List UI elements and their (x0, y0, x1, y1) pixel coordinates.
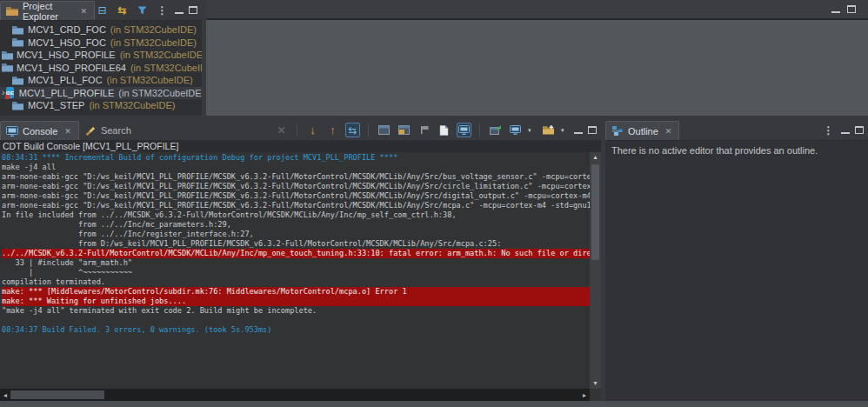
console-horizontal-scrollbar[interactable]: ◂ ▸ (0, 389, 590, 401)
minimize-icon[interactable] (831, 6, 840, 13)
open-console-icon[interactable] (488, 123, 503, 137)
tab-label: Outline (628, 126, 658, 137)
scrollbar-thumb[interactable] (10, 390, 104, 399)
console-line: make -j4 all (2, 163, 590, 172)
project-working-set-decoration: (in STM32CubeIDE) (118, 88, 202, 98)
toolbar-separator (297, 124, 297, 137)
maximize-icon[interactable] (855, 126, 864, 134)
folder-icon (2, 50, 13, 60)
console-line: 08:34:37 Build Failed. 3 errors, 0 warni… (2, 325, 590, 335)
project-item[interactable]: MCV1_PLL_FOC(in STM32CubeIDE) (0, 74, 202, 87)
console-line: from ../../Inc/mc_parameters.h:29, (2, 220, 590, 230)
project-item[interactable]: MCV1_HSO_FOC(in STM32CubeIDE) (0, 37, 202, 50)
maximize-icon[interactable] (189, 6, 197, 14)
project-explorer-panel: Project Explorer ✕ ⊟ ⇆ ⋮ MCV1_CRD_FOC(in… (0, 0, 202, 116)
tab-label: Project Explorer (23, 1, 73, 22)
scroll-left-icon[interactable]: ◂ (0, 391, 10, 399)
tab-outline[interactable]: Outline ✕ (605, 121, 679, 140)
console-output[interactable]: 08:34:31 **** Incremental Build of confi… (0, 153, 590, 389)
previous-error-icon[interactable]: ↑ (325, 123, 340, 137)
chevron-down-icon[interactable]: ▾ (528, 127, 536, 134)
stm32cubeide-window: Project Explorer ✕ ⊟ ⇆ ⋮ MCV1_CRD_FOC(in… (0, 0, 868, 407)
console-line: ../../MCSDK_v6.3.2-Full/MotorControl/MCS… (2, 249, 590, 258)
link-with-editor-icon[interactable]: ⇆ (115, 3, 130, 17)
console-line: make: *** Waiting for unfinished jobs...… (2, 297, 590, 306)
console-tabbar: Console ✕ Search ✕ ↓ ↑ ⇆ (0, 120, 601, 141)
cubeide-project-icon: IDE (6, 87, 14, 98)
console-line: In file included from ../../MCSDK_v6.3.2… (2, 210, 590, 220)
project-name: MCV1_PLL_PROFILE (19, 88, 114, 98)
folder-icon (11, 25, 24, 35)
console-vertical-scrollbar[interactable]: ▴ ▾ (590, 152, 601, 389)
close-icon[interactable]: ✕ (80, 7, 87, 16)
minimize-icon[interactable] (841, 127, 850, 134)
console-line: 33 | #include "arm_math.h" (2, 258, 590, 268)
view-menu-icon[interactable]: ⋮ (821, 123, 836, 137)
project-item[interactable]: MCV1_CRD_FOC(in STM32CubeIDE) (0, 23, 202, 37)
console-line: arm-none-eabi-gcc "D:/ws_keil/MCV1_PLL_P… (2, 201, 590, 210)
project-working-set-decoration: (in STM32CubeIDE) (110, 37, 197, 48)
console-panel: Console ✕ Search ✕ ↓ ↑ ⇆ (0, 120, 601, 401)
folder-icon (2, 63, 13, 72)
close-icon[interactable]: ✕ (665, 127, 672, 136)
open-console-menu-icon[interactable] (541, 123, 556, 137)
close-icon[interactable]: ✕ (64, 127, 71, 136)
terminate-icon[interactable]: ✕ (274, 123, 289, 137)
editor-area (206, 0, 868, 116)
project-explorer-icon (6, 3, 18, 18)
toolbar-separator (368, 124, 369, 137)
project-item[interactable]: MCV1_STEP(in STM32CubeIDE) (0, 99, 202, 112)
tab-search[interactable]: Search (79, 120, 138, 140)
status-bar (0, 401, 868, 407)
display-selected-console-icon[interactable] (508, 123, 523, 137)
console-line: compilation terminated. (2, 277, 590, 287)
project-tree: MCV1_CRD_FOC(in STM32CubeIDE)MCV1_HSO_FO… (0, 21, 202, 116)
next-error-icon[interactable]: ↓ (305, 123, 320, 137)
pin-console-icon[interactable] (417, 123, 431, 137)
filter-icon[interactable] (135, 3, 150, 17)
tab-console[interactable]: Console ✕ (0, 121, 79, 140)
toolbar-separator (479, 124, 480, 137)
project-name: MCV1_HSO_FOC (28, 37, 106, 48)
console-line: arm-none-eabi-gcc "D:/ws_keil/MCV1_PLL_P… (2, 191, 590, 201)
console-line: 08:34:31 **** Incremental Build of confi… (2, 153, 590, 163)
outline-tabbar: Outline ✕ ⋮ (605, 120, 868, 141)
chevron-down-icon[interactable]: ▾ (561, 127, 569, 134)
project-working-set-decoration: (in STM32CubeIDE) (110, 24, 197, 35)
tab-project-explorer[interactable]: Project Explorer ✕ (0, 1, 95, 20)
project-name: MCV1_CRD_FOC (28, 24, 106, 35)
scrollbar-thumb[interactable] (591, 164, 599, 260)
scroll-up-icon[interactable]: ▴ (593, 152, 597, 163)
outline-toolbar: ⋮ (821, 120, 868, 140)
show-error-in-editor-icon[interactable]: ⇆ (345, 123, 360, 137)
project-name: MCV1_HSO_PROFILE (17, 50, 116, 60)
explorer-toolbar: ⊟ ⇆ ⋮ (95, 0, 202, 20)
maximize-icon[interactable] (588, 126, 597, 134)
collapse-all-icon[interactable]: ⊟ (95, 3, 110, 17)
show-console-on-stdout-icon[interactable] (377, 123, 391, 137)
minimize-icon[interactable] (574, 127, 583, 134)
console-line: arm-none-eabi-gcc "D:/ws_keil/MCV1_PLL_P… (2, 172, 590, 182)
scroll-down-icon[interactable]: ▾ (593, 378, 597, 389)
scroll-right-icon[interactable]: ▸ (579, 391, 590, 399)
console-line: "make -j4 all" terminated with exit code… (2, 306, 590, 316)
console-line: | ^~~~~~~~~~~~ (2, 268, 590, 277)
project-item[interactable]: ›IDEMCV1_PLL_PROFILE(in STM32CubeIDE) (0, 87, 202, 100)
console-line (2, 316, 590, 325)
folder-icon (11, 37, 24, 47)
top-region: Project Explorer ✕ ⊟ ⇆ ⋮ MCV1_CRD_FOC(in… (0, 0, 868, 116)
project-name: MCV1_PLL_FOC (28, 75, 103, 85)
maximize-icon[interactable] (847, 5, 856, 13)
scroll-lock-icon[interactable] (457, 123, 471, 137)
console-toolbar: ✕ ↓ ↑ ⇆ (274, 120, 601, 140)
project-explorer-tabbar: Project Explorer ✕ ⊟ ⇆ ⋮ (0, 0, 202, 21)
show-console-on-stderr-icon[interactable] (397, 123, 411, 137)
empty-editor-surface (206, 20, 868, 116)
tab-label: Console (23, 126, 57, 137)
clear-console-icon[interactable] (437, 123, 451, 137)
project-item[interactable]: MCV1_HSO_PROFILE64(in STM32CubeIDE) (0, 62, 202, 75)
project-working-set-decoration: (in STM32CubeIDE) (89, 100, 175, 110)
view-menu-icon[interactable]: ⋮ (155, 3, 170, 17)
minimize-icon[interactable] (175, 7, 184, 14)
project-item[interactable]: MCV1_HSO_PROFILE(in STM32CubeIDE) (0, 49, 202, 62)
